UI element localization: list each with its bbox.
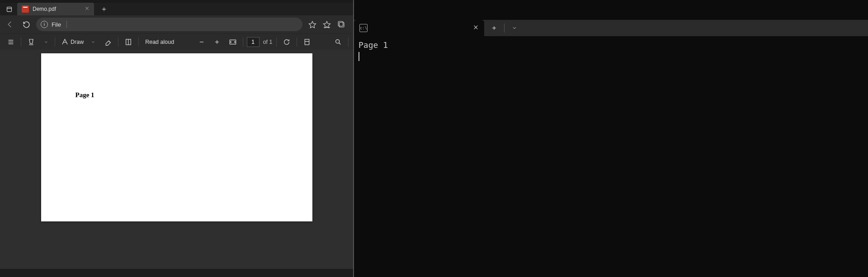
separator	[276, 38, 277, 47]
erase-icon[interactable]	[102, 36, 114, 48]
close-tab-icon[interactable]	[85, 6, 90, 12]
draw-button[interactable]: Draw	[59, 36, 86, 48]
svg-rect-7	[340, 23, 344, 28]
page-view-icon[interactable]	[122, 36, 135, 48]
svg-line-14	[109, 41, 111, 42]
separator	[297, 38, 297, 47]
address-text: File	[52, 21, 61, 28]
separator	[348, 38, 349, 47]
zoom-out-icon[interactable]	[196, 36, 208, 48]
page-layout-icon[interactable]	[301, 36, 313, 48]
info-icon[interactable]: i	[41, 21, 48, 28]
terminal-window: c:\ Page 1	[354, 0, 868, 277]
tab-strip: Demo.pdf ＋	[0, 0, 353, 15]
tab-actions-icon[interactable]	[3, 3, 15, 15]
svg-marker-4	[309, 21, 316, 28]
pdf-icon	[22, 5, 29, 13]
favorites-icon[interactable]	[321, 18, 333, 31]
draw-dropdown-icon[interactable]	[88, 36, 98, 48]
address-bar[interactable]: i File	[36, 18, 302, 31]
pdf-page: Page 1	[41, 53, 312, 221]
pdf-viewport[interactable]: Page 1	[0, 50, 353, 269]
separator	[138, 38, 139, 47]
terminal-tab-actions	[484, 20, 524, 36]
favorite-star-icon[interactable]	[306, 18, 319, 31]
highlight-dropdown-icon[interactable]	[41, 36, 51, 48]
rotate-icon[interactable]	[280, 36, 293, 48]
contents-icon[interactable]	[5, 36, 17, 48]
browser-window: Demo.pdf ＋ i File	[0, 0, 354, 277]
search-icon[interactable]	[332, 36, 344, 48]
svg-point-23	[336, 39, 340, 43]
terminal-top-spacer	[354, 0, 868, 20]
fit-icon[interactable]	[226, 36, 239, 48]
separator	[243, 38, 243, 47]
terminal-body[interactable]: Page 1	[354, 36, 868, 277]
terminal-line: Page 1	[359, 40, 863, 51]
page-heading: Page 1	[75, 91, 278, 99]
terminal-tab[interactable]: c:\	[354, 20, 484, 36]
draw-label: Draw	[71, 39, 84, 45]
page-count-label: of 1	[263, 39, 273, 45]
page-number-input[interactable]	[247, 37, 259, 47]
back-button[interactable]	[4, 18, 16, 31]
collections-icon[interactable]	[335, 18, 348, 31]
separator	[21, 38, 21, 47]
new-terminal-tab-button[interactable]	[487, 22, 501, 34]
svg-line-24	[339, 42, 341, 44]
svg-rect-0	[7, 7, 11, 11]
new-tab-button[interactable]: ＋	[98, 3, 110, 15]
separator	[118, 38, 118, 47]
pdf-toolbar: Draw Read aloud of 1	[0, 33, 353, 50]
browser-footer	[0, 269, 353, 277]
separator	[55, 38, 55, 47]
highlight-icon[interactable]	[25, 36, 38, 48]
refresh-button[interactable]	[20, 18, 33, 31]
address-bar-row: i File	[0, 15, 353, 33]
terminal-dropdown-icon[interactable]	[507, 22, 522, 34]
svg-marker-5	[324, 21, 330, 28]
read-aloud-button[interactable]: Read aloud	[142, 36, 177, 48]
cursor-icon	[359, 52, 359, 61]
svg-rect-8	[338, 21, 343, 26]
tab-title: Demo.pdf	[33, 6, 56, 12]
zoom-in-icon[interactable]	[211, 36, 223, 48]
address-divider	[66, 21, 67, 28]
svg-rect-21	[305, 39, 309, 45]
close-terminal-tab-icon[interactable]	[473, 24, 479, 32]
terminal-cursor-line	[359, 51, 863, 61]
browser-tab[interactable]: Demo.pdf	[17, 3, 94, 15]
draw-group: Draw	[59, 36, 98, 48]
address-actions	[306, 18, 348, 31]
separator	[504, 23, 505, 33]
cmd-icon: c:\	[359, 24, 368, 32]
read-aloud-label: Read aloud	[145, 39, 174, 45]
terminal-tabbar: c:\	[354, 20, 868, 36]
